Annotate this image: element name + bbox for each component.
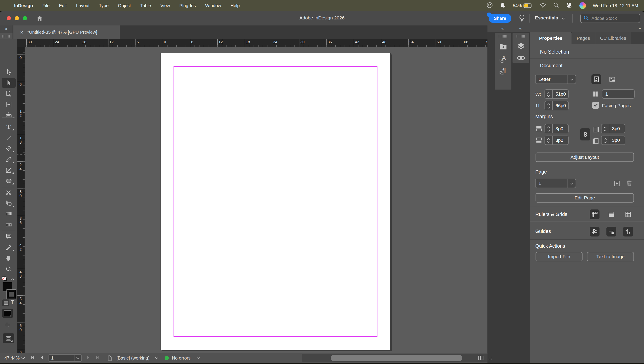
tab-properties[interactable]: Properties bbox=[530, 32, 572, 44]
menu-plugins[interactable]: Plug-Ins bbox=[175, 3, 200, 8]
menu-indesign[interactable]: InDesign bbox=[10, 3, 38, 8]
margin-top-arrows[interactable] bbox=[544, 124, 552, 133]
next-page-button[interactable] bbox=[86, 355, 91, 361]
type-tool[interactable]: T bbox=[2, 122, 16, 132]
adjust-layout-button[interactable]: Adjust Layout bbox=[536, 152, 634, 162]
delete-page-icon[interactable] bbox=[625, 179, 633, 188]
links-panel-icon[interactable] bbox=[513, 53, 529, 62]
creative-cloud-icon[interactable] bbox=[486, 2, 493, 10]
menu-table[interactable]: Table bbox=[135, 3, 156, 8]
menu-view[interactable]: View bbox=[156, 3, 175, 8]
page-tool[interactable] bbox=[2, 89, 16, 98]
width-stepper-arrows[interactable] bbox=[544, 89, 552, 99]
margin-bottom-stepper[interactable]: 3p0 bbox=[544, 136, 569, 145]
learn-lightbulb-icon[interactable] bbox=[518, 14, 526, 23]
menu-object[interactable]: Object bbox=[113, 3, 136, 8]
scissors-tool[interactable] bbox=[2, 188, 16, 198]
eyedropper-tool[interactable] bbox=[2, 242, 16, 252]
show-rulers-button[interactable] bbox=[590, 210, 599, 219]
apply-color-button[interactable] bbox=[2, 309, 13, 318]
menu-edit[interactable]: Edit bbox=[54, 3, 71, 8]
first-page-button[interactable] bbox=[30, 355, 35, 361]
rectangle-frame-tool[interactable] bbox=[2, 165, 16, 175]
preflight-icon[interactable] bbox=[106, 354, 113, 361]
dock-grip[interactable] bbox=[499, 35, 508, 38]
collapse-dock-icon[interactable]: « bbox=[501, 26, 504, 31]
zoom-tool[interactable] bbox=[2, 264, 16, 274]
horizontal-scrollbar-thumb[interactable] bbox=[331, 354, 462, 361]
tab-cc-libraries[interactable]: CC Libraries bbox=[595, 32, 631, 44]
height-value[interactable]: 66p0 bbox=[552, 101, 569, 110]
show-guides-button[interactable] bbox=[590, 227, 599, 236]
lock-guides-button[interactable] bbox=[606, 227, 616, 236]
free-transform-tool[interactable] bbox=[2, 198, 16, 208]
focus-moon-icon[interactable] bbox=[500, 2, 506, 10]
margin-inside-stepper[interactable]: 3p0 bbox=[601, 124, 625, 133]
menu-file[interactable]: File bbox=[38, 3, 54, 8]
margin-bottom-value[interactable]: 3p0 bbox=[552, 136, 569, 145]
pen-tool[interactable] bbox=[2, 144, 16, 154]
width-stepper[interactable]: 51p0 bbox=[544, 89, 569, 99]
split-window-icon[interactable] bbox=[477, 354, 484, 362]
toolbar-grip[interactable] bbox=[0, 33, 13, 39]
document-tab[interactable]: × *Untitled-35 @ 47% [GPU Preview] bbox=[14, 26, 120, 39]
paragraph-styles-panel-icon[interactable]: ¶ bbox=[495, 67, 511, 76]
preflight-status-control[interactable]: No errors bbox=[165, 356, 200, 361]
height-stepper[interactable]: 66p0 bbox=[544, 101, 569, 110]
smart-guides-button[interactable] bbox=[623, 227, 633, 236]
horizontal-scrollbar[interactable] bbox=[302, 354, 488, 362]
menu-layout[interactable]: Layout bbox=[71, 3, 94, 8]
apple-intelligence-icon[interactable] bbox=[579, 2, 586, 9]
hand-tool[interactable] bbox=[2, 253, 16, 263]
margin-bottom-arrows[interactable] bbox=[544, 136, 552, 145]
import-file-button[interactable]: Import File bbox=[536, 252, 582, 261]
margin-top-value[interactable]: 3p0 bbox=[552, 124, 569, 133]
width-value[interactable]: 51p0 bbox=[552, 89, 569, 99]
facing-pages-checkbox[interactable] bbox=[592, 102, 599, 109]
workspace-switcher[interactable]: Essentials bbox=[535, 15, 558, 20]
menu-type[interactable]: Type bbox=[94, 3, 113, 8]
ellipse-tool[interactable] bbox=[2, 176, 16, 186]
page-count-field[interactable]: 1 bbox=[602, 89, 634, 99]
stock-search-input[interactable] bbox=[591, 16, 634, 21]
cc-libraries-panel-icon[interactable] bbox=[495, 42, 511, 51]
menu-window[interactable]: Window bbox=[200, 3, 226, 8]
height-stepper-arrows[interactable] bbox=[544, 101, 552, 110]
adobe-stock-search[interactable] bbox=[580, 14, 640, 23]
menu-help[interactable]: Help bbox=[226, 3, 244, 8]
formatting-affects-container-button[interactable] bbox=[2, 300, 10, 306]
spotlight-search-icon[interactable] bbox=[553, 2, 559, 10]
margin-outside-stepper[interactable]: 3p0 bbox=[601, 136, 625, 145]
tab-close-icon[interactable]: × bbox=[20, 29, 23, 36]
document-grid-button[interactable] bbox=[623, 210, 633, 219]
selection-tool[interactable] bbox=[2, 78, 16, 88]
zoom-level-control[interactable]: 47.44% bbox=[5, 356, 24, 361]
collapse-dock-icon[interactable]: « bbox=[519, 26, 522, 31]
margin-outside-value[interactable]: 3p0 bbox=[609, 136, 625, 145]
battery-indicator[interactable]: 54% bbox=[513, 3, 533, 8]
link-margins-button[interactable] bbox=[580, 128, 590, 140]
preflight-profile-control[interactable]: [Basic] (working) bbox=[116, 356, 158, 361]
dock-grip[interactable] bbox=[517, 35, 525, 38]
gradient-swatch-tool[interactable] bbox=[2, 209, 16, 218]
baseline-grid-button[interactable] bbox=[606, 210, 616, 219]
note-tool[interactable] bbox=[2, 231, 16, 241]
view-options-icon[interactable] bbox=[4, 322, 11, 330]
tab-overflow-button[interactable]: » bbox=[0, 26, 13, 33]
formatting-affects-text-button[interactable]: T bbox=[11, 300, 14, 306]
page-number-field[interactable]: 1 bbox=[49, 354, 82, 362]
margin-top-stepper[interactable]: 3p0 bbox=[544, 124, 569, 133]
tab-pages[interactable]: Pages bbox=[572, 32, 595, 44]
default-fill-stroke-icon[interactable] bbox=[2, 276, 9, 282]
last-page-button[interactable] bbox=[95, 355, 100, 361]
margin-inside-arrows[interactable] bbox=[601, 124, 609, 133]
gap-tool[interactable] bbox=[2, 99, 16, 109]
document-canvas[interactable] bbox=[25, 47, 487, 353]
menu-clock[interactable]: Wed Feb 18 12:11 AM bbox=[593, 3, 638, 8]
ruler-corner[interactable] bbox=[17, 39, 25, 47]
line-tool[interactable] bbox=[2, 133, 16, 143]
gradient-feather-tool[interactable] bbox=[2, 220, 16, 230]
share-button[interactable]: Share bbox=[489, 14, 511, 23]
edit-page-button[interactable]: Edit Page bbox=[536, 193, 634, 202]
screen-mode-button[interactable] bbox=[3, 334, 14, 343]
